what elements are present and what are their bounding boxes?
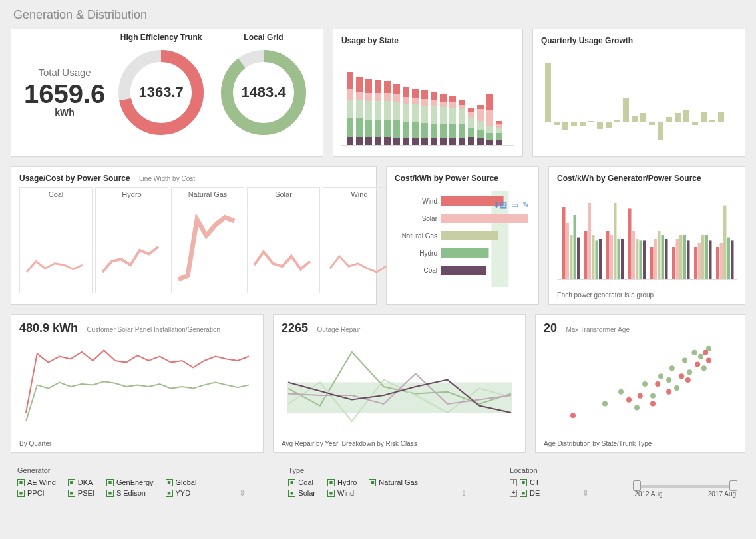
edit-icon[interactable]: ✎ — [522, 200, 529, 210]
svg-rect-56 — [440, 107, 447, 124]
cost-gen-title: Cost/kWh by Generator/Power Source — [557, 174, 737, 183]
checkbox-icon[interactable]: ■ — [106, 490, 114, 497]
filter-item-psei[interactable]: ■PSEI — [68, 489, 94, 497]
card-transformer-age[interactable]: 20 Max Transformer Age Age Distribution … — [535, 314, 745, 453]
card-usage-by-state[interactable]: Usage by State — [333, 29, 523, 157]
filter-item-label: Solar — [298, 489, 315, 497]
solar-value: 480.9 kWh — [19, 321, 78, 335]
filter-item-genenergy[interactable]: ■GenEnergy — [106, 478, 154, 486]
small-mult-hydro[interactable]: Hydro — [95, 187, 168, 293]
svg-point-176 — [698, 354, 703, 359]
checkbox-icon[interactable]: ■ — [106, 479, 114, 486]
svg-rect-37 — [403, 97, 409, 104]
small-mult-coal[interactable]: Coal — [19, 187, 93, 293]
checkbox-icon[interactable]: ■ — [17, 490, 25, 497]
svg-rect-106 — [683, 110, 689, 122]
svg-rect-161 — [731, 240, 734, 279]
small-mult-wind[interactable]: Wind — [323, 187, 396, 293]
plus-icon[interactable]: + — [510, 490, 517, 497]
svg-point-164 — [602, 401, 608, 407]
svg-point-173 — [682, 358, 687, 363]
svg-rect-146 — [665, 239, 668, 279]
small-mult-solar[interactable]: Solar — [247, 187, 320, 293]
expand-icon[interactable]: ⇩ — [458, 488, 470, 498]
svg-rect-67 — [459, 105, 465, 109]
filter-item-s-edison[interactable]: ■S Edison — [106, 489, 154, 497]
outage-value: 2265 — [282, 321, 308, 335]
filter-item-coal[interactable]: ■Coal — [288, 478, 315, 486]
export-icon[interactable]: ⬇▦ — [493, 200, 507, 210]
svg-rect-91 — [554, 122, 560, 125]
svg-rect-132 — [606, 231, 610, 279]
checkbox-icon[interactable]: ■ — [17, 479, 25, 486]
small-mult-label: Coal — [23, 190, 89, 198]
checkbox-icon[interactable]: ■ — [327, 490, 335, 497]
card-solar-panel[interactable]: 480.9 kWh Customer Solar Panel Installat… — [11, 314, 264, 453]
filter-item-label: Coal — [298, 478, 313, 486]
date-range-slider[interactable]: 2012 Aug 2017 Aug — [632, 466, 739, 498]
svg-rect-13 — [356, 77, 363, 92]
expand-icon[interactable]: ⇩ — [236, 488, 248, 498]
svg-rect-55 — [440, 124, 447, 138]
total-usage: Total Usage 1659.6 kWh — [24, 67, 105, 118]
card-outage-repair[interactable]: 2265 Outage Repair Avg Repair by Year, B… — [273, 314, 526, 453]
svg-rect-57 — [440, 102, 447, 107]
svg-rect-75 — [477, 130, 484, 138]
donut2-label: Local Grid — [217, 33, 310, 42]
svg-rect-39 — [412, 138, 419, 145]
plus-icon[interactable]: + — [510, 479, 517, 486]
svg-rect-125 — [574, 215, 577, 279]
checkbox-icon[interactable]: ■ — [68, 479, 75, 486]
card-cost-kwh-source[interactable]: Cost/kWh by Power Source ⬇▦ ▭ ✎ WindSola… — [386, 166, 539, 305]
filter-item-hydro[interactable]: ■Hydro — [327, 478, 357, 486]
svg-rect-36 — [403, 104, 409, 122]
filter-item-ae-wind[interactable]: ■AE Wind — [17, 478, 56, 486]
filter-item-de[interactable]: +■DE — [510, 489, 540, 497]
checkbox-icon[interactable]: ■ — [68, 490, 75, 497]
slider-handle-to[interactable] — [729, 480, 737, 491]
filter-item-global[interactable]: ■Global — [166, 478, 197, 486]
svg-rect-158 — [720, 243, 723, 279]
small-mult-natural-gas[interactable]: Natural Gas — [171, 187, 244, 293]
filter-item-yyd[interactable]: ■YYD — [166, 489, 197, 497]
card-cost-kwh-generator[interactable]: Cost/kWh by Generator/Power Source Each … — [548, 166, 745, 305]
checkbox-icon[interactable]: ■ — [520, 490, 527, 497]
svg-rect-151 — [687, 240, 690, 279]
card-quarterly-growth[interactable]: Quarterly Usage Growth — [532, 29, 745, 157]
checkbox-icon[interactable]: ■ — [288, 490, 295, 497]
svg-rect-137 — [628, 208, 632, 279]
checkbox-icon[interactable]: ■ — [369, 479, 376, 486]
svg-rect-31 — [393, 102, 400, 120]
filter-generator: Generator ■AE Wind■DKA■GenEnergy■Global■… — [17, 466, 196, 498]
svg-point-179 — [570, 413, 576, 418]
checkbox-icon[interactable]: ■ — [327, 479, 335, 486]
svg-rect-66 — [459, 109, 465, 124]
svg-rect-50 — [431, 124, 437, 138]
svg-rect-144 — [658, 231, 661, 279]
svg-rect-27 — [384, 93, 391, 101]
svg-rect-40 — [412, 122, 419, 138]
svg-rect-34 — [403, 138, 409, 145]
svg-rect-70 — [468, 128, 474, 137]
card-usage-cost-source[interactable]: Usage/Cost by Power Source Line Width by… — [11, 166, 377, 305]
filter-item-natural-gas[interactable]: ■Natural Gas — [369, 478, 418, 486]
filter-item-solar[interactable]: ■Solar — [288, 489, 315, 497]
checkbox-icon[interactable]: ■ — [520, 479, 527, 486]
checkbox-icon[interactable]: ■ — [166, 479, 173, 486]
maximize-icon[interactable]: ▭ — [511, 200, 518, 210]
svg-rect-100 — [632, 116, 638, 122]
svg-rect-81 — [486, 126, 493, 133]
filter-item-ppci[interactable]: ■PPCI — [17, 489, 56, 497]
slider-handle-from[interactable] — [633, 480, 641, 491]
svg-point-166 — [634, 405, 640, 410]
checkbox-icon[interactable]: ■ — [288, 479, 295, 486]
svg-rect-86 — [496, 128, 502, 133]
checkbox-icon[interactable]: ■ — [166, 490, 173, 497]
svg-rect-24 — [384, 137, 391, 145]
filter-item-wind[interactable]: ■Wind — [327, 489, 357, 497]
filter-item-dka[interactable]: ■DKA — [68, 478, 94, 486]
usage-cost-title: Usage/Cost by Power Source Line Width by… — [19, 174, 368, 183]
filter-item-ct[interactable]: +■CT — [510, 478, 540, 486]
svg-rect-82 — [486, 110, 493, 126]
expand-icon[interactable]: ⇩ — [580, 488, 592, 498]
